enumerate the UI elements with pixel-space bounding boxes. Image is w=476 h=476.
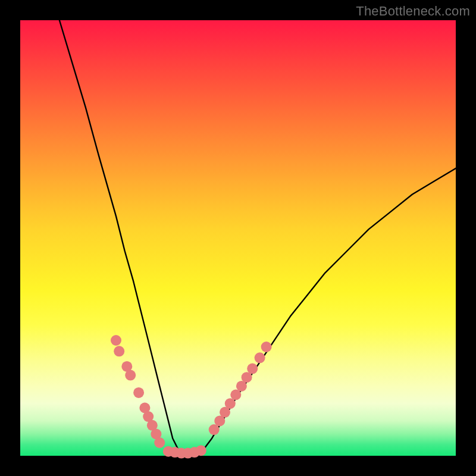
data-dots (111, 335, 272, 459)
chart-svg (20, 20, 456, 456)
data-dot (247, 364, 258, 374)
chart-frame: TheBottleneck.com (0, 0, 476, 476)
plot-area (20, 20, 456, 456)
watermark-text: TheBottleneck.com (356, 4, 470, 19)
data-dot (133, 387, 144, 398)
data-dot (209, 424, 220, 435)
data-dot (255, 352, 265, 363)
data-dot (196, 445, 206, 456)
data-dot (114, 346, 124, 356)
data-dot (261, 342, 272, 352)
data-dot (154, 437, 165, 448)
bottleneck-curve (60, 20, 456, 456)
data-dot (111, 335, 121, 346)
data-dot (125, 370, 136, 381)
